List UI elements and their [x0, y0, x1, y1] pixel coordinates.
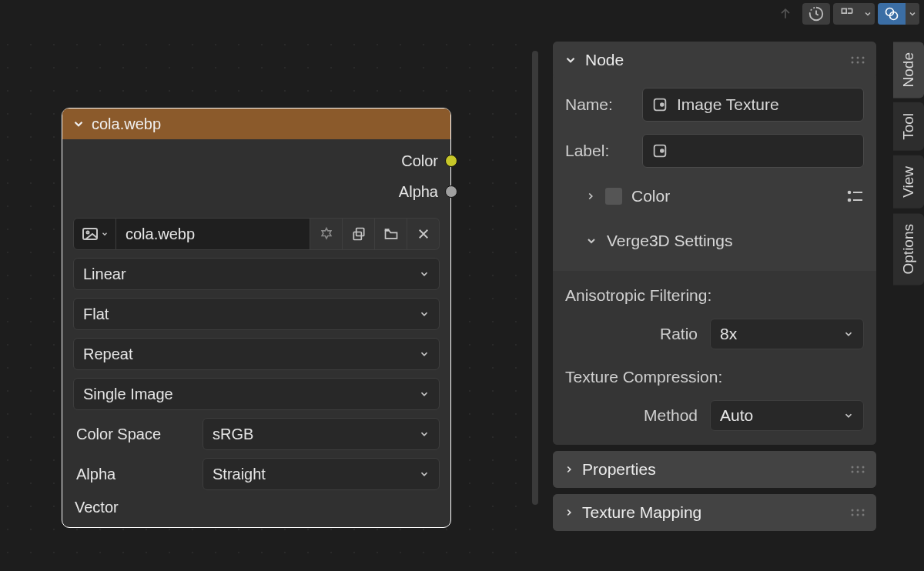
chevron-down-icon[interactable]	[906, 3, 919, 25]
svg-point-29	[852, 514, 854, 516]
node-header[interactable]: cola.webp	[62, 109, 450, 139]
svg-point-22	[862, 466, 865, 469]
svg-point-24	[857, 471, 859, 473]
aniso-ratio-label: Ratio	[660, 325, 698, 343]
panel-node: Node Name: Image Texture Label:	[553, 42, 876, 445]
socket-alpha-icon[interactable]	[445, 185, 457, 198]
svg-point-28	[862, 509, 865, 512]
svg-point-7	[857, 57, 859, 59]
node-editor-canvas[interactable]: cola.webp Color Alpha cola.webp	[0, 28, 539, 571]
canvas-scrollbar[interactable]	[531, 28, 539, 571]
aniso-ratio-select[interactable]: 8x	[710, 319, 864, 349]
fake-user-button[interactable]	[310, 218, 343, 250]
chevron-down-icon	[419, 389, 430, 399]
panel-texture-mapping: Texture Mapping	[553, 494, 876, 531]
tab-node[interactable]: Node	[893, 42, 924, 98]
input-socket-vector[interactable]: Vector	[62, 493, 450, 527]
color-space-select[interactable]: sRGB	[203, 418, 440, 450]
texcomp-section-title: Texture Compression:	[565, 368, 864, 386]
interpolation-select[interactable]: Linear	[73, 258, 440, 290]
scrollbar-thumb[interactable]	[532, 51, 538, 505]
output-label: Color	[401, 152, 438, 170]
color-subpanel-toggle[interactable]: Color	[565, 180, 864, 212]
chevron-down-icon	[419, 469, 430, 479]
texcomp-method-label: Method	[644, 406, 698, 425]
panel-header-node[interactable]: Node	[553, 42, 876, 78]
node-title: cola.webp	[92, 115, 161, 133]
svg-point-13	[661, 103, 664, 106]
svg-point-23	[852, 471, 854, 473]
svg-point-6	[852, 57, 854, 59]
grip-icon[interactable]	[850, 508, 865, 517]
tab-view[interactable]: View	[893, 155, 924, 209]
svg-point-27	[857, 509, 859, 512]
panel-header-texture-mapping[interactable]: Texture Mapping	[553, 494, 876, 531]
svg-point-16	[849, 192, 851, 194]
chevron-down-icon	[419, 269, 430, 279]
panel-title: Properties	[582, 460, 656, 479]
panel-properties: Properties	[553, 451, 876, 488]
image-name-field[interactable]: cola.webp	[116, 218, 310, 250]
chevron-down-icon	[72, 117, 85, 131]
projection-select[interactable]: Flat	[73, 298, 440, 330]
tab-options[interactable]: Options	[893, 213, 924, 285]
color-section-label: Color	[631, 187, 670, 205]
name-input[interactable]: Image Texture	[642, 88, 864, 122]
pin-icon[interactable]	[802, 3, 830, 25]
chevron-down-icon[interactable]	[861, 3, 875, 25]
svg-point-25	[862, 471, 865, 473]
svg-point-20	[852, 466, 854, 469]
extension-select[interactable]: Repeat	[73, 338, 440, 370]
chevron-down-icon	[843, 410, 854, 421]
overlay-icon[interactable]	[878, 3, 906, 25]
svg-point-3	[87, 232, 89, 234]
snap-group	[833, 3, 875, 25]
image-browse-button[interactable]	[73, 218, 116, 250]
svg-point-10	[857, 62, 859, 64]
svg-point-21	[857, 466, 859, 469]
grip-icon[interactable]	[850, 55, 865, 65]
grip-icon[interactable]	[850, 465, 865, 474]
output-socket-alpha[interactable]: Alpha	[62, 176, 450, 207]
label-label: Label:	[565, 142, 631, 160]
snap-icon[interactable]	[833, 3, 861, 25]
svg-point-30	[857, 514, 859, 516]
socket-color-icon[interactable]	[445, 155, 457, 167]
alpha-mode-select[interactable]: Straight	[203, 458, 440, 490]
header-toolbar	[0, 0, 924, 28]
svg-point-8	[862, 57, 865, 59]
input-label: Vector	[75, 499, 119, 516]
chevron-right-icon	[564, 464, 574, 475]
output-label: Alpha	[399, 183, 438, 201]
chevron-down-icon	[419, 429, 430, 439]
svg-rect-2	[83, 229, 97, 239]
svg-point-31	[862, 514, 865, 516]
svg-point-11	[862, 62, 865, 64]
node-id-icon	[651, 142, 669, 160]
panel-title: Node	[585, 51, 624, 69]
new-image-button[interactable]	[343, 218, 375, 250]
presets-icon[interactable]	[845, 189, 864, 204]
verge3d-subpanel-body: Anisotropic Filtering: Ratio 8x Texture …	[553, 271, 876, 445]
aniso-section-title: Anisotropic Filtering:	[565, 286, 864, 305]
properties-sidebar: Node Name: Image Texture Label:	[553, 42, 876, 571]
verge3d-section-label: Verge3D Settings	[607, 232, 732, 250]
tab-tool[interactable]: Tool	[893, 102, 924, 151]
chevron-down-icon	[843, 329, 854, 339]
name-label: Name:	[565, 95, 631, 114]
output-socket-color[interactable]: Color	[62, 145, 450, 176]
panel-title: Texture Mapping	[582, 503, 701, 522]
chevron-down-icon	[585, 235, 598, 247]
panel-header-properties[interactable]: Properties	[553, 451, 876, 488]
use-custom-color-checkbox[interactable]	[605, 188, 622, 205]
open-image-button[interactable]	[375, 218, 407, 250]
texcomp-method-select[interactable]: Auto	[710, 400, 864, 431]
source-select[interactable]: Single Image	[73, 378, 440, 410]
label-input[interactable]	[642, 134, 864, 168]
unlink-image-button[interactable]	[407, 218, 440, 250]
panel-body-node: Name: Image Texture Label:	[553, 78, 876, 271]
alpha-mode-label: Alpha	[73, 466, 195, 483]
image-texture-node[interactable]: cola.webp Color Alpha cola.webp	[62, 108, 451, 528]
svg-point-9	[852, 62, 854, 64]
verge3d-subpanel-toggle[interactable]: Verge3D Settings	[565, 225, 864, 257]
